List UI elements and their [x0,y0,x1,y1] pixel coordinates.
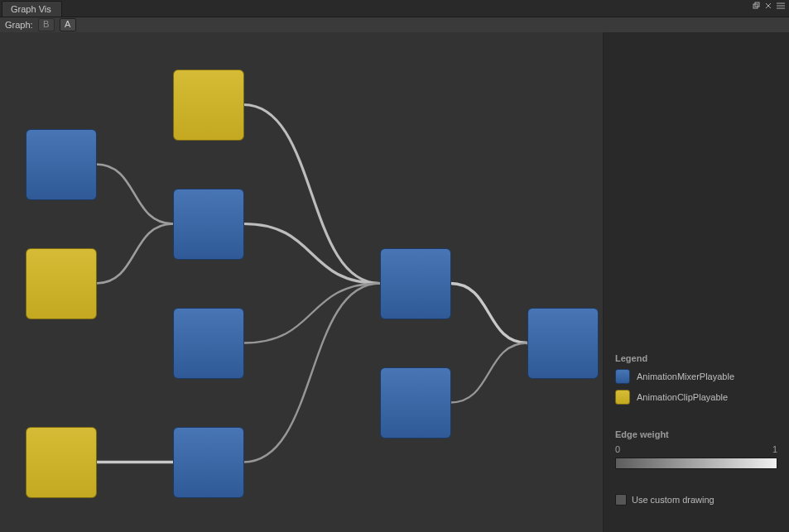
toolbar: Graph: B A [0,17,789,33]
toolbar-label: Graph: [5,20,33,30]
graph-select-b-button[interactable]: B [38,18,55,31]
tab-graph-vis[interactable]: Graph Vis [2,1,62,17]
graph-edge [243,284,380,343]
graph-vis-window: Graph Vis Graph: B A Legend Animati [0,0,789,532]
graph-node[interactable] [173,69,244,141]
edge-weight-title: Edge weight [615,429,777,439]
graph-node[interactable] [173,427,244,498]
graph-node[interactable] [26,427,97,498]
graph-node[interactable] [173,308,244,379]
use-custom-drawing-label: Use custom drawing [632,495,714,505]
edge-weight-labels: 0 1 [615,444,777,454]
menu-icon[interactable] [776,2,786,10]
legend-row-clip: AnimationClipPlayable [615,390,777,405]
legend-row-mixer: AnimationMixerPlayable [615,369,777,384]
legend-label-clip: AnimationClipPlayable [637,392,728,402]
side-panel: Legend AnimationMixerPlayable AnimationC… [604,32,789,532]
edge-weight-max: 1 [772,444,777,454]
graph-edge [243,105,380,284]
graph-node[interactable] [26,248,97,319]
legend-label-mixer: AnimationMixerPlayable [637,371,734,381]
graph-select-a-button[interactable]: A [60,18,76,31]
graph-edge [243,284,380,463]
tab-bar: Graph Vis [0,0,789,17]
graph-node[interactable] [26,129,97,200]
graph-edge [96,165,173,224]
graph-canvas[interactable] [0,32,604,532]
window-controls [753,2,786,10]
content-area: Legend AnimationMixerPlayable AnimationC… [0,32,789,532]
graph-edge [450,343,527,403]
edge-weight-slider[interactable] [615,458,777,469]
legend-swatch-yellow [615,390,630,405]
use-custom-drawing-row: Use custom drawing [615,494,777,506]
graph-edge [243,224,380,284]
legend-title: Legend [615,353,777,363]
graph-node[interactable] [380,367,451,439]
legend-swatch-blue [615,369,630,384]
graph-edge [96,224,173,284]
graph-node[interactable] [527,308,599,379]
close-icon[interactable] [764,2,772,10]
edge-weight-min: 0 [615,444,620,454]
graph-node[interactable] [380,248,451,319]
graph-edge [450,284,527,343]
detach-icon[interactable] [753,2,761,10]
use-custom-drawing-checkbox[interactable] [615,494,627,506]
graph-node[interactable] [173,189,244,260]
